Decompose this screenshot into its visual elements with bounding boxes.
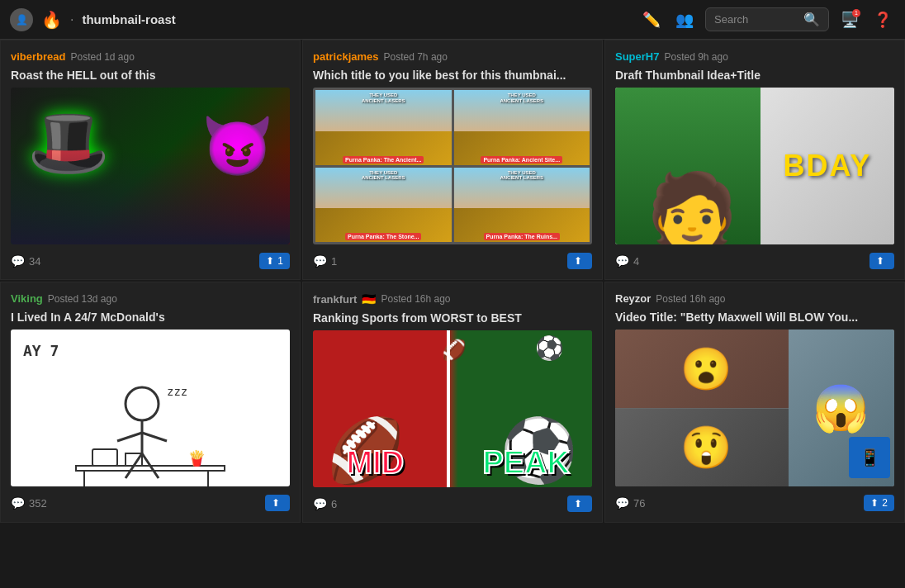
card-time: Posted 9h ago xyxy=(664,51,727,63)
search-input[interactable] xyxy=(714,13,798,26)
card-title: Video Title: "Betty Maxwell Will BLOW Yo… xyxy=(615,310,894,325)
upvote-icon: ⬆ xyxy=(870,497,879,509)
card-thumbnail: 😮 😲 😱 📱 xyxy=(615,330,894,486)
football-icon: 🏈 xyxy=(442,339,467,362)
app-title: thumbnail-roast xyxy=(82,12,175,26)
comment-count: 💬 4 xyxy=(615,254,639,268)
fire-icon: 🔥 xyxy=(41,10,62,30)
card-footer: 💬 4 ⬆ xyxy=(615,253,894,269)
upvote-button[interactable]: ⬆ xyxy=(869,253,894,269)
comment-icon: 💬 xyxy=(313,497,327,510)
upvote-icon: ⬆ xyxy=(266,255,274,267)
svg-text:🍟: 🍟 xyxy=(187,449,206,467)
card-4[interactable]: Viking Posted 13d ago I Lived In A 24/7 … xyxy=(0,282,301,523)
comment-icon: 💬 xyxy=(615,254,629,268)
comment-icon: 💬 xyxy=(11,496,25,510)
card-username[interactable]: patrickjames xyxy=(313,50,379,63)
card-footer: 💬 76 ⬆ 2 xyxy=(615,495,894,511)
upvote-button[interactable]: ⬆ xyxy=(265,495,290,511)
card-title: Roast the HELL out of this xyxy=(11,68,290,83)
svg-text:zzz: zzz xyxy=(167,385,187,398)
card-footer: 💬 6 ⬆ xyxy=(313,496,592,512)
card-footer: 💬 352 ⬆ xyxy=(11,495,290,511)
card-header: patrickjames Posted 7h ago xyxy=(313,50,592,63)
card-grid: viberbread Posted 1d ago Roast the HELL … xyxy=(0,40,905,523)
card-time: Posted 16h ago xyxy=(381,293,450,305)
avatar-icon: 👤 xyxy=(16,14,28,26)
card-footer: 💬 1 ⬆ xyxy=(313,253,592,269)
card-header: Reyzor Posted 16h ago xyxy=(615,292,894,305)
comment-count: 💬 6 xyxy=(313,497,337,510)
svg-line-3 xyxy=(142,433,167,441)
comment-icon: 💬 xyxy=(615,496,629,510)
card-2[interactable]: patrickjames Posted 7h ago Which title t… xyxy=(302,40,603,280)
upvote-icon: ⬆ xyxy=(876,255,884,267)
header: 👤 🔥 · thumbnail-roast ✏️ 👥 🔍 🖥️ 1 ❓ xyxy=(0,0,905,40)
comment-icon: 💬 xyxy=(11,254,25,268)
card-footer: 💬 34 ⬆ 1 xyxy=(11,253,290,269)
card-time: Posted 16h ago xyxy=(656,293,725,305)
svg-line-2 xyxy=(117,433,142,441)
card-header: frankfurt 🇩🇪 Posted 16h ago xyxy=(313,292,592,306)
card-6[interactable]: Reyzor Posted 16h ago Video Title: "Bett… xyxy=(604,282,905,523)
card-username[interactable]: Viking xyxy=(11,292,43,305)
upvote-icon: ⬆ xyxy=(574,255,582,267)
card-thumbnail: THEY USEDANCIENT LASERS Purna Panka: The… xyxy=(313,88,592,244)
card-thumbnail: 🧑 BDAY xyxy=(615,88,894,244)
svg-rect-10 xyxy=(92,449,117,466)
svg-point-0 xyxy=(126,387,159,420)
card-5[interactable]: frankfurt 🇩🇪 Posted 16h ago Ranking Spor… xyxy=(302,282,603,523)
separator-dot: · xyxy=(70,12,73,27)
card-thumbnail: AY 7 zzz xyxy=(11,330,290,486)
card-title: Draft Thumbnail Idea+Title xyxy=(615,68,894,83)
upvote-button[interactable]: ⬆ 2 xyxy=(864,495,894,511)
card-time: Posted 7h ago xyxy=(384,51,448,63)
user-avatar[interactable]: 👤 xyxy=(10,8,33,31)
soccer-icon: ⚽ xyxy=(535,334,564,362)
comment-icon: 💬 xyxy=(313,254,327,268)
card-username[interactable]: viberbread xyxy=(11,50,65,63)
upvote-icon: ⬆ xyxy=(272,497,280,509)
upvote-count: 1 xyxy=(277,255,283,267)
card-title: I Lived In A 24/7 McDonald's xyxy=(11,310,290,325)
card-title: Which title to you like best for this th… xyxy=(313,68,592,83)
card-username[interactable]: SuperH7 xyxy=(615,50,659,63)
card-header: viberbread Posted 1d ago xyxy=(11,50,290,63)
comment-count: 💬 76 xyxy=(615,496,645,510)
card-time: Posted 13d ago xyxy=(48,293,117,305)
search-bar[interactable]: 🔍 xyxy=(705,7,829,31)
upvote-icon: ⬆ xyxy=(574,498,582,510)
comment-count: 💬 352 xyxy=(11,496,47,510)
upvote-button[interactable]: ⬆ xyxy=(567,496,592,512)
card-thumbnail: 🏈 ⚽ 🏈 ⚽ MID PEAK xyxy=(313,330,592,487)
card-3[interactable]: SuperH7 Posted 9h ago Draft Thumbnail Id… xyxy=(604,40,905,280)
card-flag: 🇩🇪 xyxy=(362,292,376,306)
comment-count: 💬 34 xyxy=(11,254,40,268)
card-username[interactable]: frankfurt xyxy=(313,293,357,306)
card-1[interactable]: viberbread Posted 1d ago Roast the HELL … xyxy=(0,40,301,280)
edit-icon[interactable]: ✏️ xyxy=(639,7,664,32)
card-username[interactable]: Reyzor xyxy=(615,292,651,305)
notification-icon[interactable]: 🖥️ 1 xyxy=(837,7,862,32)
upvote-button[interactable]: ⬆ 1 xyxy=(259,253,290,269)
upvote-count: 2 xyxy=(882,497,888,509)
card-header: Viking Posted 13d ago xyxy=(11,292,290,305)
people-icon[interactable]: 👥 xyxy=(672,7,697,32)
upvote-button[interactable]: ⬆ xyxy=(567,253,592,269)
card-header: SuperH7 Posted 9h ago xyxy=(615,50,894,63)
card-time: Posted 1d ago xyxy=(70,51,134,63)
notification-badge: 1 xyxy=(852,9,860,17)
help-icon[interactable]: ❓ xyxy=(870,7,895,32)
comment-count: 💬 1 xyxy=(313,254,337,268)
search-icon: 🔍 xyxy=(803,12,820,27)
card-thumbnail: 🎩 😈 xyxy=(11,88,290,244)
card-title: Ranking Sports from WORST to BEST xyxy=(313,311,592,325)
